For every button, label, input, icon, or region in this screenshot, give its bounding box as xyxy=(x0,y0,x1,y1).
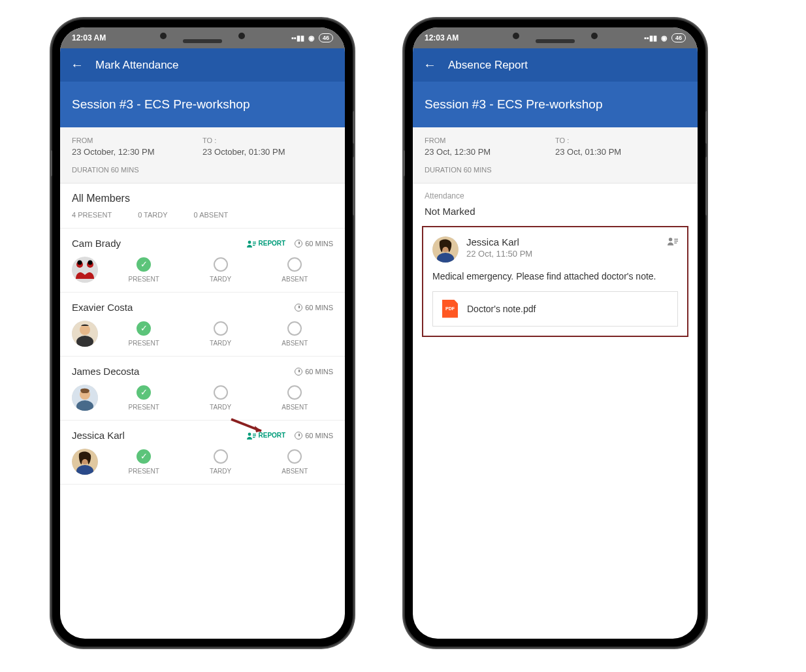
attachment-filename: Doctor's note.pdf xyxy=(467,304,536,314)
option-present[interactable]: ✓PRESENT xyxy=(129,257,159,283)
svg-rect-1 xyxy=(253,242,256,242)
wifi-icon: ◉ xyxy=(661,34,668,42)
pdf-file-icon: PDF xyxy=(442,300,458,318)
phone-mock-left: 12:03 AM ▪▪▮▮ ◉ 46 ← Mark Attendance Ses… xyxy=(52,20,353,647)
option-tardy[interactable]: TARDY xyxy=(210,257,231,283)
screen-mark-attendance: 12:03 AM ▪▪▮▮ ◉ 46 ← Mark Attendance Ses… xyxy=(60,27,345,639)
svg-point-14 xyxy=(248,432,251,436)
duration-label: DURATION 60 MINS xyxy=(425,166,686,174)
member-row: Exavier Costa 60 MINS ✓PRESENT TARDY ABS… xyxy=(60,293,345,357)
status-icons: ▪▪▮▮ ◉ 46 xyxy=(644,33,686,42)
app-bar: ← Mark Attendance xyxy=(60,48,345,82)
from-label: FROM xyxy=(425,136,555,144)
avatar xyxy=(72,449,98,475)
duration-label: DURATION 60 MINS xyxy=(72,166,333,174)
report-message: Medical emergency. Please find attached … xyxy=(432,270,678,283)
clock-icon xyxy=(295,368,302,376)
wifi-icon: ◉ xyxy=(308,34,315,42)
avatar xyxy=(72,321,98,347)
status-icons: ▪▪▮▮ ◉ 46 xyxy=(291,33,333,42)
from-value: 23 Oct, 12:30 PM xyxy=(425,147,555,157)
member-name: James Decosta xyxy=(72,366,139,377)
member-name: Jessica Karl xyxy=(72,430,125,441)
stat-tardy: 0 TARDY xyxy=(138,211,167,219)
svg-rect-27 xyxy=(674,242,677,243)
svg-point-0 xyxy=(248,240,251,244)
option-absent[interactable]: ABSENT xyxy=(282,257,308,283)
clock-icon xyxy=(295,304,302,312)
app-bar-title: Absence Report xyxy=(448,59,528,72)
session-info-panel: FROM 23 Oct, 12:30 PM TO : 23 Oct, 01:30… xyxy=(413,127,698,184)
stat-present: 4 PRESENT xyxy=(72,211,112,219)
option-absent[interactable]: ABSENT xyxy=(282,321,308,347)
session-info-panel: FROM 23 October, 12:30 PM TO : 23 Octobe… xyxy=(60,127,345,184)
duration-badge: 60 MINS xyxy=(295,240,333,248)
phone-mock-right: 12:03 AM ▪▪▮▮ ◉ 46 ← Absence Report Sess… xyxy=(405,20,705,647)
report-button[interactable]: REPORT xyxy=(247,240,286,248)
svg-point-9 xyxy=(80,325,90,335)
member-row: Cam Brady REPORT 60 MINS ✓PRESENT TARDY … xyxy=(60,229,345,293)
avatar xyxy=(432,236,459,263)
app-bar: ← Absence Report xyxy=(413,48,698,82)
option-tardy[interactable]: TARDY xyxy=(210,321,231,347)
svg-point-6 xyxy=(78,261,82,265)
absence-report-card: Jessica Karl 22 Oct, 11:50 PM Medical em… xyxy=(422,226,688,337)
svg-rect-25 xyxy=(674,239,678,240)
session-title: Session #3 - ECS Pre-workshop xyxy=(60,82,345,127)
reporter-name: Jessica Karl xyxy=(466,236,660,248)
signal-icon: ▪▪▮▮ xyxy=(291,34,304,42)
svg-point-24 xyxy=(669,238,672,241)
back-arrow-icon[interactable]: ← xyxy=(423,57,436,72)
svg-rect-3 xyxy=(253,245,255,246)
member-row: Jessica Karl REPORT 60 MINS ✓PRESENT TAR… xyxy=(60,421,345,485)
status-time: 12:03 AM xyxy=(72,33,106,42)
battery-icon: 46 xyxy=(671,33,686,42)
stat-absent: 0 ABSENT xyxy=(194,211,229,219)
svg-rect-16 xyxy=(253,435,256,436)
attendance-status: Not Marked xyxy=(413,203,698,226)
back-arrow-icon[interactable]: ← xyxy=(71,57,84,72)
option-present[interactable]: ✓PRESENT xyxy=(129,321,159,347)
option-present[interactable]: ✓PRESENT xyxy=(129,385,159,411)
attendance-label: Attendance xyxy=(413,184,698,203)
status-time: 12:03 AM xyxy=(425,33,459,42)
session-title: Session #3 - ECS Pre-workshop xyxy=(413,82,698,127)
avatar xyxy=(72,257,98,283)
attendance-stats: 4 PRESENT 0 TARDY 0 ABSENT xyxy=(60,208,345,229)
attachment-row[interactable]: PDF Doctor's note.pdf xyxy=(432,291,678,327)
signal-icon: ▪▪▮▮ xyxy=(644,34,657,42)
all-members-heading: All Members xyxy=(60,184,345,208)
to-label: TO : xyxy=(202,136,333,144)
clock-icon xyxy=(295,432,302,440)
battery-icon: 46 xyxy=(319,33,333,42)
svg-point-7 xyxy=(88,261,93,265)
duration-badge: 60 MINS xyxy=(295,304,333,312)
clock-icon xyxy=(295,240,302,248)
svg-rect-2 xyxy=(253,243,256,244)
member-row: James Decosta 60 MINS ✓PRESENT TARDY ABS… xyxy=(60,357,345,421)
option-absent[interactable]: ABSENT xyxy=(282,449,308,475)
avatar xyxy=(72,385,98,411)
svg-rect-17 xyxy=(253,437,255,438)
member-name: Cam Brady xyxy=(72,238,121,249)
option-tardy[interactable]: TARDY xyxy=(210,449,231,475)
option-present[interactable]: ✓PRESENT xyxy=(129,449,159,475)
to-value: 23 October, 01:30 PM xyxy=(202,147,333,157)
user-list-icon[interactable] xyxy=(668,236,678,248)
duration-badge: 60 MINS xyxy=(295,432,333,440)
member-name: Exavier Costa xyxy=(72,302,133,313)
option-absent[interactable]: ABSENT xyxy=(282,385,308,411)
from-value: 23 October, 12:30 PM xyxy=(72,147,202,157)
duration-badge: 60 MINS xyxy=(295,368,333,376)
svg-rect-15 xyxy=(253,434,256,434)
app-bar-title: Mark Attendance xyxy=(95,59,179,72)
svg-rect-26 xyxy=(674,240,678,241)
screen-absence-report: 12:03 AM ▪▪▮▮ ◉ 46 ← Absence Report Sess… xyxy=(413,27,698,639)
from-label: FROM xyxy=(72,136,202,144)
to-value: 23 Oct, 01:30 PM xyxy=(555,147,686,157)
report-timestamp: 22 Oct, 11:50 PM xyxy=(466,249,660,259)
to-label: TO : xyxy=(555,136,686,144)
report-button[interactable]: REPORT xyxy=(247,432,286,440)
option-tardy[interactable]: TARDY xyxy=(210,385,231,411)
